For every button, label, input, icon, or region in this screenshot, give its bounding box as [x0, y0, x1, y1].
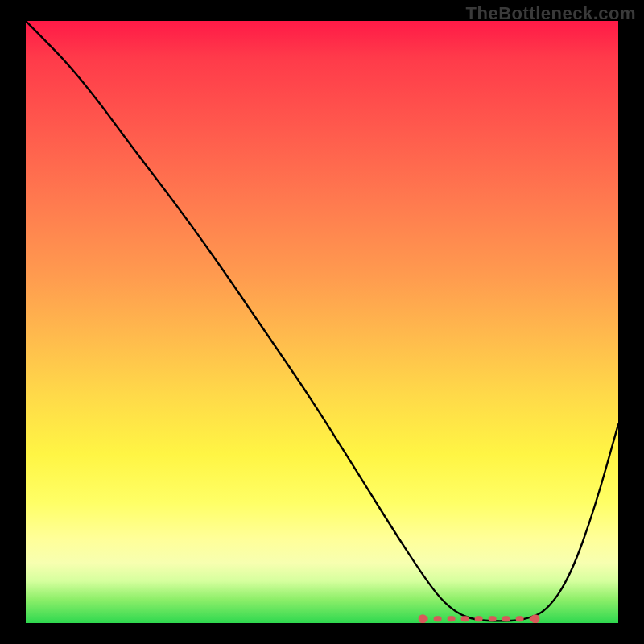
optimal-range-marker — [419, 614, 540, 623]
chart-overlay-svg — [26, 21, 618, 623]
chart-frame: TheBottleneck.com — [0, 0, 644, 644]
bottleneck-curve — [26, 21, 618, 621]
optimal-range-start-dot — [419, 614, 427, 623]
optimal-range-end-dot — [530, 614, 539, 623]
watermark-text: TheBottleneck.com — [466, 3, 636, 24]
